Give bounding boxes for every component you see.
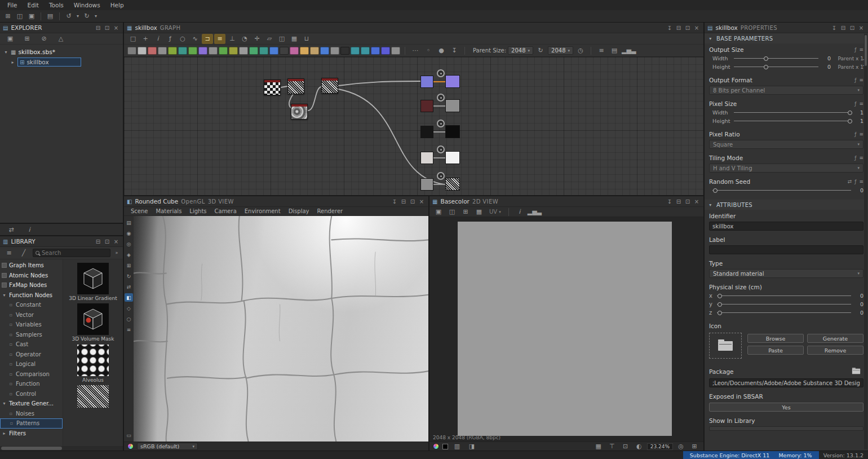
info-icon[interactable]: i: [24, 224, 35, 235]
link-icon[interactable]: ▤: [45, 11, 56, 21]
expose-icon[interactable]: ƒ: [854, 77, 856, 83]
tiling-mode-dropdown[interactable]: H and V Tiling ▾: [709, 164, 863, 173]
output-format-dropdown[interactable]: 8 Bits per Channel ▾: [709, 86, 863, 95]
menu-renderer[interactable]: Renderer: [314, 208, 347, 214]
redo-dropdown-icon[interactable]: ▾: [93, 11, 99, 21]
pin-icon[interactable]: ↧: [666, 198, 674, 205]
pin-icon[interactable]: ↧: [391, 198, 398, 205]
pin-node-icon[interactable]: ↧: [449, 46, 460, 56]
channels-icon[interactable]: ▥: [451, 442, 463, 452]
physical-x-slider[interactable]: [717, 293, 851, 299]
library-search[interactable]: [33, 249, 110, 257]
type-dropdown[interactable]: Standard material ▾: [709, 269, 863, 278]
chevron-right-icon[interactable]: ▸: [2, 431, 7, 436]
edit-icon[interactable]: ╱: [18, 248, 29, 258]
graph-canvas[interactable]: [124, 57, 703, 195]
paste-button[interactable]: Paste: [747, 346, 804, 355]
new-package-icon[interactable]: ⊞: [2, 11, 14, 21]
clock-icon[interactable]: ◷: [575, 46, 586, 56]
physical-z-slider[interactable]: [717, 310, 851, 316]
graph-texture-node[interactable]: [287, 78, 304, 94]
node-type-chip[interactable]: [290, 47, 299, 55]
color-node-icon[interactable]: ●: [436, 46, 447, 56]
section-base-parameters[interactable]: ▾ BASE PARAMETERS: [705, 33, 868, 43]
copy-icon[interactable]: ⊞: [460, 207, 471, 217]
close-icon[interactable]: ×: [693, 25, 701, 31]
library-tree-item[interactable]: ▫Vector: [0, 310, 63, 320]
library-tree-item-patterns[interactable]: ▫Patterns: [0, 418, 63, 429]
menu-icon[interactable]: ≡: [859, 77, 863, 83]
expose-icon[interactable]: ƒ: [854, 101, 856, 107]
dock-icon[interactable]: ⊟: [839, 25, 847, 31]
node-type-chip[interactable]: [381, 47, 390, 55]
undo-icon[interactable]: ↺: [63, 11, 74, 21]
graph-output-node[interactable]: [420, 99, 460, 112]
frame-icon[interactable]: □: [127, 34, 139, 44]
uv-dropdown[interactable]: UV ▾: [487, 209, 503, 215]
tiling-icon[interactable]: ▦: [473, 207, 485, 217]
menu-lights[interactable]: Lights: [186, 208, 210, 214]
show-in-library-dropdown[interactable]: [709, 426, 863, 431]
close-icon[interactable]: ×: [857, 25, 865, 31]
maximize-icon[interactable]: ⊡: [103, 239, 111, 245]
node-type-chip[interactable]: [310, 47, 319, 55]
icon-dropzone[interactable]: [709, 333, 742, 359]
node-type-chip[interactable]: [148, 47, 157, 55]
half-icon[interactable]: ◐: [634, 442, 645, 452]
library-asset[interactable]: Alveolus: [69, 345, 117, 383]
library-tree-item[interactable]: Atomic Nodes: [0, 271, 63, 281]
fit-view-icon[interactable]: ⊡: [620, 442, 631, 452]
shuffle-icon[interactable]: ⇄: [848, 179, 852, 184]
histogram-icon[interactable]: ▂▅▃: [528, 207, 542, 217]
save-icon[interactable]: ▣: [26, 11, 37, 21]
label-input[interactable]: [709, 245, 863, 254]
remove-button[interactable]: Remove: [807, 346, 863, 355]
dock-icon[interactable]: ⊟: [94, 239, 102, 245]
stats-icon[interactable]: ≡: [125, 325, 133, 334]
node-type-chip[interactable]: [320, 47, 329, 55]
section-attributes[interactable]: ▾ ATTRIBUTES: [705, 200, 868, 210]
chevron-right-icon[interactable]: ▸: [10, 60, 15, 65]
graph-output-node[interactable]: [420, 178, 460, 191]
texture-set-icon[interactable]: ▤: [125, 218, 133, 227]
browse-button[interactable]: Browse: [747, 334, 804, 343]
pixel-height-slider[interactable]: [734, 118, 851, 124]
dock-icon[interactable]: ⊟: [94, 25, 102, 31]
node-type-chip[interactable]: [259, 47, 268, 55]
close-icon[interactable]: ×: [418, 198, 426, 205]
library-tree-item[interactable]: ▫Logical: [0, 359, 63, 369]
node-type-chip[interactable]: [269, 47, 278, 55]
menu-environment[interactable]: Environment: [241, 208, 284, 214]
redo-icon[interactable]: ↻: [81, 11, 92, 21]
expose-icon[interactable]: ƒ: [854, 179, 856, 184]
clean-icon[interactable]: ⊘: [38, 34, 50, 44]
library-tree-item[interactable]: ▫Function: [0, 379, 63, 389]
library-tree-item[interactable]: ▫Samplers: [0, 330, 63, 340]
wireframe-icon[interactable]: ◇: [125, 304, 133, 312]
search-input[interactable]: [42, 250, 78, 256]
target-icon[interactable]: ◈: [125, 250, 133, 259]
screenshot-icon[interactable]: ◫: [276, 34, 287, 44]
maximize-icon[interactable]: ⊡: [409, 198, 417, 205]
close-icon[interactable]: ×: [693, 198, 701, 205]
resize-dropdown[interactable]: 2048 ▾: [548, 46, 573, 55]
ruler-icon[interactable]: ⊤: [606, 442, 618, 452]
node-type-chip[interactable]: [138, 47, 147, 55]
comment-icon[interactable]: ⋯: [410, 46, 421, 56]
library-tree-item[interactable]: ▫Noises: [0, 409, 63, 419]
maximize-icon[interactable]: ⊡: [103, 25, 111, 31]
exposed-toggle-button[interactable]: Yes: [709, 403, 863, 412]
graph-texture-node[interactable]: [321, 78, 338, 94]
reset-zoom-icon[interactable]: ◎: [675, 442, 687, 452]
maximize-icon[interactable]: ⊡: [684, 198, 692, 205]
environment-icon[interactable]: ◎: [125, 240, 133, 248]
menu-icon[interactable]: ≡: [859, 131, 863, 137]
node-type-chip[interactable]: [340, 47, 349, 55]
library-tree-item[interactable]: ▫Operator: [0, 350, 63, 360]
library-tree-item[interactable]: ▾Function Nodes: [0, 290, 63, 301]
pan-icon[interactable]: ⇄: [125, 283, 133, 291]
menu-edit[interactable]: Edit: [23, 2, 44, 8]
layout-icon[interactable]: ▱: [264, 34, 275, 44]
zoom-level[interactable]: 23.24%: [647, 443, 673, 450]
refresh-size-icon[interactable]: ↻: [535, 46, 546, 56]
